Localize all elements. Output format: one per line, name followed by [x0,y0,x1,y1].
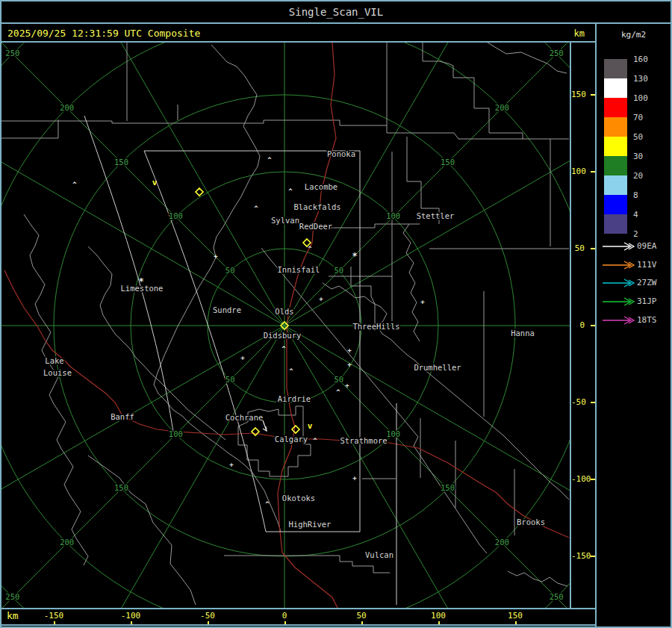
colorbar-swatch [604,78,627,98]
site-label-09EA: 09EA [637,241,657,251]
x-axis-unit-label: km [7,610,19,621]
ring-label: 100 [169,211,183,220]
v-arrow-marker: v [308,421,313,431]
colorbar-swatch [604,117,627,137]
info-bar: 2025/09/25 12:31:59 UTC Composite km [1,24,595,43]
site-arrow-27ZW [601,277,635,287]
ring-label: 150 [441,158,455,167]
star-marker: * [138,276,143,287]
town-label-innisfail: Innisfail [278,265,320,274]
colorbar-value: 70 [633,113,643,122]
star-marker: * [352,251,357,261]
site-arrow-icon [601,260,635,270]
ring-label: 100 [386,429,400,438]
ring-label: 50 [335,266,344,275]
caret-marker: ^ [267,156,272,164]
boundary-line [403,224,420,341]
caret-marker: ^ [313,437,317,444]
plus-marker: + [347,361,352,368]
site-arrow-icon [601,315,635,326]
white-arrow-marker-head [263,426,267,431]
town-label-okotoks: Okotoks [282,494,315,503]
ring-label: 250 [550,592,564,601]
colorbar-swatch [604,59,627,78]
site-arrow-icon [601,278,635,288]
coverage-outline [84,116,173,432]
y-axis: 150100500-50-100-150 [571,43,595,608]
town-label-sundre: Sundre [213,305,241,314]
divider [1,624,595,626]
site-label-111V: 111V [637,260,657,270]
y-tick-label: -50 [571,397,585,407]
radar-map: 5050505010010010010015015015015020020020… [1,43,570,608]
plus-marker: + [319,295,323,302]
radial-line [284,326,494,608]
ring-label: 150 [114,483,128,492]
town-label-airdrie: Airdrie [278,394,311,403]
plus-marker: + [345,382,349,389]
caret-marker: ^ [308,245,312,252]
ring-label: 200 [60,538,74,547]
town-label-calgary: Calgary [275,435,308,444]
town-label-strathmore: Strathmore [340,436,387,445]
caret-marker: ^ [265,500,270,508]
y-tick-label: -150 [571,551,585,561]
colorbar-value: 100 [633,93,648,103]
caret-marker: ^ [289,367,293,375]
colorbar-value: 2 [633,229,638,239]
site-arrow-111V [601,259,635,270]
radar-site-diamond-marker [196,188,203,196]
ring-label: 50 [335,375,344,384]
page-title: Single_Scan_VIL [289,6,383,18]
town-label-olds: Olds [275,307,293,316]
town-label-louise: Louise [43,368,72,377]
x-tick-label: -150 [44,611,64,621]
boundary-line [488,43,567,73]
town-label-didsbury: Didsbury [264,331,302,340]
scan-timestamp: 2025/09/25 12:31:59 UTC Composite [1,28,200,39]
boundary-line [1,119,58,138]
caret-marker: ^ [288,187,293,195]
site-arrow-icon [601,296,635,307]
colorbar-unit-label: kg/m2 [597,30,671,40]
caret-marker: ^ [281,345,286,352]
legend-panel: kg/m2 1601301007050302084209EA111V27ZW31… [597,24,671,627]
ring-label: 250 [550,49,564,57]
town-label-hanna: Hanna [511,329,535,338]
radial-line [75,326,284,608]
ring-label: 200 [495,538,509,547]
plus-marker: + [229,461,234,468]
ring-label: 100 [386,211,400,220]
town-label-brooks: Brooks [517,517,545,526]
town-label-blackfalds: Blackfalds [293,202,340,211]
radar-app-window: Single_Scan_VIL 2025/09/25 12:31:59 UTC … [0,0,672,628]
y-tick-label: 0 [571,320,585,330]
title-bar: Single_Scan_VIL [1,1,671,22]
caret-marker: ^ [254,205,258,212]
colorbar-value: 130 [633,74,648,84]
town-label-cochrane: Cochrane [225,413,264,422]
radial-line [284,326,570,535]
site-arrow-icon [601,241,635,252]
town-label-lacombe: Lacombe [305,182,337,191]
y-tick-label: 100 [571,167,585,176]
town-label-reddeer: RedDeer [299,222,332,231]
colorbar-swatch [604,175,627,195]
ring-label: 200 [60,103,74,112]
site-arrow-09EA [601,240,635,251]
site-arrow-31JP [601,296,635,306]
caret-marker: ^ [336,388,340,396]
ring-label: 250 [5,49,19,57]
town-label-stettler: Stettler [417,211,455,220]
plus-marker: + [214,252,218,260]
colorbar-swatch [604,98,627,117]
plus-marker: + [352,474,357,482]
boundary-line [423,43,523,139]
town-label-threehills: ThreeHills [352,322,399,331]
boundary-line [88,456,196,605]
site-label-27ZW: 27ZW [637,278,657,287]
colorbar-value: 4 [633,210,638,220]
colorbar-value: 20 [633,171,643,181]
plus-marker: + [420,298,425,305]
colorbar-swatch [604,156,627,175]
